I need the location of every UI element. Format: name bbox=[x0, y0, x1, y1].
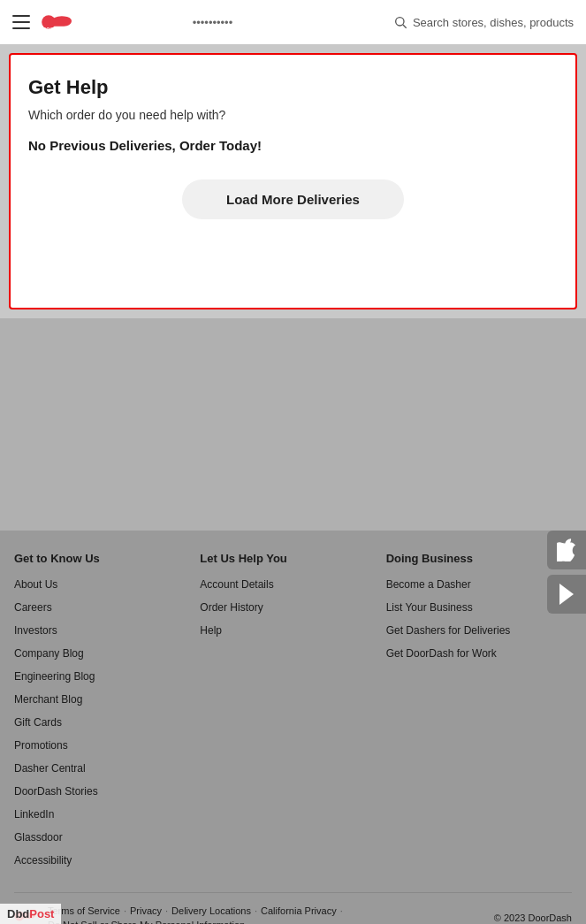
list-item: LinkedIn bbox=[14, 806, 200, 821]
app-store-buttons bbox=[547, 531, 586, 614]
footer-link-accessibility[interactable]: Accessibility bbox=[14, 854, 72, 867]
footer-sep-4: · bbox=[340, 905, 343, 916]
load-more-deliveries-button[interactable]: Load More Deliveries bbox=[182, 179, 404, 219]
footer-link-order-history[interactable]: Order History bbox=[200, 601, 263, 614]
footer-col-list-2: Account Details Order History Help bbox=[200, 576, 385, 638]
footer-link-get-dashers[interactable]: Get Dashers for Deliveries bbox=[386, 624, 511, 637]
footer-link-engineering-blog[interactable]: Engineering Blog bbox=[14, 670, 95, 683]
list-item: List Your Business bbox=[386, 599, 572, 615]
list-item: Company Blog bbox=[14, 645, 200, 661]
apple-icon bbox=[557, 538, 576, 561]
svg-line-3 bbox=[403, 25, 407, 28]
list-item: About Us bbox=[14, 576, 200, 592]
list-item: Account Details bbox=[200, 576, 385, 592]
footer-link-dasher-central[interactable]: Dasher Central bbox=[14, 762, 86, 775]
list-item: Dasher Central bbox=[14, 760, 200, 775]
footer-link-company-blog[interactable]: Company Blog bbox=[14, 647, 84, 660]
footer-col-heading-1: Get to Know Us bbox=[14, 552, 200, 565]
menu-button[interactable] bbox=[12, 15, 30, 29]
footer-link-promotions[interactable]: Promotions bbox=[14, 739, 68, 752]
play-store-icon bbox=[558, 584, 575, 605]
footer-columns: Get to Know Us About Us Careers Investor… bbox=[14, 552, 572, 874]
footer-bottom-links: Terms of Service · Privacy · Delivery Lo… bbox=[48, 905, 489, 924]
get-help-title: Get Help bbox=[28, 76, 558, 99]
android-app-button[interactable] bbox=[547, 575, 586, 614]
footer-link-list-business[interactable]: List Your Business bbox=[386, 601, 473, 614]
footer-sep-1: · bbox=[124, 905, 126, 916]
footer-link-account-details[interactable]: Account Details bbox=[200, 578, 273, 591]
footer-california-privacy-link[interactable]: California Privacy bbox=[261, 905, 337, 916]
grey-spacer bbox=[0, 318, 586, 531]
search-icon bbox=[393, 15, 407, 29]
footer-link-become-dasher[interactable]: Become a Dasher bbox=[386, 578, 471, 591]
location-display[interactable]: •••••••••• bbox=[32, 16, 393, 29]
list-item: Careers bbox=[14, 599, 200, 615]
list-item: Gift Cards bbox=[14, 714, 200, 729]
footer-link-about-us[interactable]: About Us bbox=[14, 578, 57, 591]
footer-link-merchant-blog[interactable]: Merchant Blog bbox=[14, 693, 82, 706]
list-item: Help bbox=[200, 622, 385, 638]
footer-col-let-us-help: Let Us Help You Account Details Order Hi… bbox=[200, 552, 385, 874]
svg-marker-4 bbox=[559, 584, 574, 605]
search-label: Search stores, dishes, products bbox=[413, 16, 574, 29]
watermark-dbd: Dbd bbox=[7, 907, 29, 920]
footer-link-doordash-stories[interactable]: DoorDash Stories bbox=[14, 785, 98, 798]
footer-delivery-locations-link[interactable]: Delivery Locations bbox=[171, 905, 251, 916]
ios-app-button[interactable] bbox=[547, 531, 586, 569]
footer-link-doordash-work[interactable]: Get DoorDash for Work bbox=[386, 647, 497, 660]
main-content: Get Help Which order do you need help wi… bbox=[0, 44, 586, 318]
list-item: Promotions bbox=[14, 737, 200, 752]
footer-link-careers[interactable]: Careers bbox=[14, 601, 52, 614]
footer-col-list-1: About Us Careers Investors Company Blog … bbox=[14, 576, 200, 867]
footer-do-not-sell-link[interactable]: Do Not Sell or Share My Personal Informa… bbox=[48, 920, 245, 924]
footer-col-heading-3: Doing Business bbox=[386, 552, 572, 565]
footer-col-list-3: Become a Dasher List Your Business Get D… bbox=[386, 576, 572, 661]
list-item: Investors bbox=[14, 622, 200, 638]
get-help-card: Get Help Which order do you need help wi… bbox=[9, 53, 577, 309]
no-deliveries-text: No Previous Deliveries, Order Today! bbox=[28, 138, 558, 153]
footer-bottom: Terms of Service · Privacy · Delivery Lo… bbox=[14, 892, 572, 924]
footer-copyright: © 2023 DoorDash bbox=[494, 913, 572, 923]
footer-col-get-to-know: Get to Know Us About Us Careers Investor… bbox=[14, 552, 200, 874]
footer-link-investors[interactable]: Investors bbox=[14, 624, 57, 637]
list-item: Glassdoor bbox=[14, 829, 200, 844]
search-area[interactable]: Search stores, dishes, products bbox=[393, 15, 574, 29]
footer-sep-2: · bbox=[165, 905, 168, 916]
watermark-post: Post bbox=[29, 907, 54, 920]
footer-link-gift-cards[interactable]: Gift Cards bbox=[14, 716, 62, 729]
footer-link-linkedin[interactable]: LinkedIn bbox=[14, 808, 54, 821]
get-help-subtitle: Which order do you need help with? bbox=[28, 108, 558, 122]
footer-link-glassdoor[interactable]: Glassdoor bbox=[14, 831, 63, 844]
footer-col-heading-2: Let Us Help You bbox=[200, 552, 385, 565]
watermark: DbdPost bbox=[0, 904, 61, 924]
app-header: DOORDASH •••••••••• Search stores, dishe… bbox=[0, 0, 586, 44]
list-item: Get DoorDash for Work bbox=[386, 645, 572, 661]
footer-link-help[interactable]: Help bbox=[200, 624, 222, 637]
svg-point-2 bbox=[396, 18, 404, 26]
footer-privacy-link[interactable]: Privacy bbox=[130, 905, 162, 916]
list-item: Order History bbox=[200, 599, 385, 615]
list-item: Engineering Blog bbox=[14, 668, 200, 683]
list-item: Merchant Blog bbox=[14, 691, 200, 706]
list-item: Become a Dasher bbox=[386, 576, 572, 592]
list-item: Get Dashers for Deliveries bbox=[386, 622, 572, 638]
footer-col-doing-business: Doing Business Become a Dasher List Your… bbox=[386, 552, 572, 874]
list-item: DoorDash Stories bbox=[14, 783, 200, 798]
footer-sep-3: · bbox=[255, 905, 257, 916]
footer: Get to Know Us About Us Careers Investor… bbox=[0, 531, 586, 924]
list-item: Accessibility bbox=[14, 851, 200, 867]
